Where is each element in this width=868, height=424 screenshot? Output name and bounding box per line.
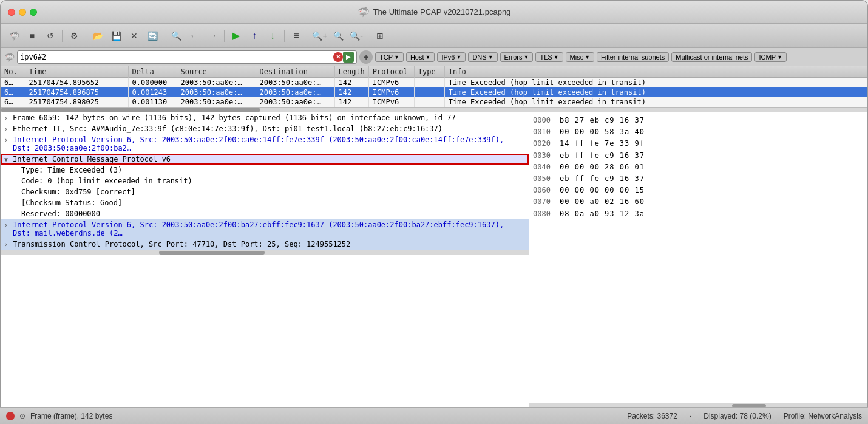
detail-text-ethernet: Ethernet II, Src: AVMAudio_7e:33:9f (c8:… bbox=[13, 125, 525, 133]
filter-bar: 🦈 ✕ ▶ + TCP ▼ Host ▼ IPv6 ▼ DNS ▼ Errors… bbox=[1, 48, 867, 66]
detail-toggle-tcp[interactable]: › bbox=[4, 241, 10, 248]
detail-toggle-icmpv6[interactable]: ▼ bbox=[4, 156, 10, 163]
detail-toggle-ipv6-inner[interactable]: › bbox=[4, 222, 10, 228]
detail-row-icmpv6-code[interactable]: Code: 0 (hop limit exceeded in transit) bbox=[1, 176, 529, 186]
reload-button[interactable]: 🔄 bbox=[144, 27, 161, 44]
packet-list-hscrollbar[interactable] bbox=[1, 107, 867, 112]
filter-tag-icmp[interactable]: ICMP ▼ bbox=[754, 52, 786, 62]
filter-tag-ipv6[interactable]: IPv6 ▼ bbox=[437, 52, 466, 62]
filter-input[interactable] bbox=[20, 53, 333, 61]
back-button[interactable]: ← bbox=[186, 27, 203, 44]
table-row[interactable]: 6…251704754.8956520.0000002003:50:aa0e:…… bbox=[1, 78, 867, 88]
detail-toggle-frame[interactable]: › bbox=[4, 115, 10, 121]
filter-apply-button[interactable]: ▶ bbox=[343, 52, 354, 63]
detail-row-ipv6-outer[interactable]: ›Internet Protocol Version 6, Src: 2003:… bbox=[1, 134, 529, 154]
down-button[interactable]: ↓ bbox=[264, 27, 281, 44]
filter-tag-tls[interactable]: TLS ▼ bbox=[535, 52, 563, 62]
hex-bytes: 00 00 00 28 06 01 bbox=[560, 162, 864, 173]
host-dropdown-icon: ▼ bbox=[426, 54, 431, 60]
packet-details: ›Frame 6059: 142 bytes on wire (1136 bit… bbox=[1, 112, 529, 408]
sep2 bbox=[86, 30, 86, 42]
hex-row: 007000 00 a0 02 16 60 bbox=[533, 196, 864, 208]
table-row[interactable]: 6…251704754.8980250.0011302003:50:aa0e:…… bbox=[1, 97, 867, 107]
hex-row: 002014 ff fe 7e 33 9f bbox=[533, 138, 864, 149]
col-no[interactable]: No. bbox=[1, 66, 25, 78]
hex-offset: 0030 bbox=[533, 150, 555, 162]
detail-row-icmpv6-reserved[interactable]: Reserved: 00000000 bbox=[1, 208, 529, 219]
open-file-button[interactable]: 📂 bbox=[89, 27, 106, 44]
details-hscroll-thumb[interactable] bbox=[159, 251, 265, 255]
up-button[interactable]: ↑ bbox=[246, 27, 263, 44]
detail-row-ipv6-inner[interactable]: ›Internet Protocol Version 6, Src: 2003:… bbox=[1, 219, 529, 239]
col-delta[interactable]: Delta bbox=[128, 66, 177, 78]
filter-tag-dns[interactable]: DNS ▼ bbox=[468, 52, 497, 62]
filter-tag-multicast[interactable]: Multicast or internal nets bbox=[671, 52, 752, 62]
titlebar: 🦈 The Ultimate PCAP v20210721.pcapng bbox=[1, 1, 867, 24]
detail-text-icmpv6-type: Type: Time Exceeded (3) bbox=[21, 166, 525, 174]
bottom-split: ›Frame 6059: 142 bytes on wire (1136 bit… bbox=[1, 112, 867, 408]
settings-button[interactable]: ⚙ bbox=[66, 27, 83, 44]
forward-button[interactable]: → bbox=[204, 27, 221, 44]
detail-text-frame: Frame 6059: 142 bytes on wire (1136 bits… bbox=[13, 114, 525, 122]
filter-tag-tcp[interactable]: TCP ▼ bbox=[375, 52, 404, 62]
col-type[interactable]: Type bbox=[414, 66, 444, 78]
hex-offset: 0020 bbox=[533, 138, 555, 149]
detail-toggle-ipv6-outer[interactable]: › bbox=[4, 137, 10, 143]
grid-button[interactable]: ⊞ bbox=[371, 27, 388, 44]
detail-row-icmpv6-type[interactable]: Type: Time Exceeded (3) bbox=[1, 165, 529, 176]
save-file-button[interactable]: 💾 bbox=[107, 27, 124, 44]
hex-dump-panel: 0000b8 27 eb c9 16 37001000 00 00 58 3a … bbox=[529, 112, 867, 408]
sep6 bbox=[308, 30, 308, 42]
frame-info: Frame (frame), 142 bytes bbox=[30, 412, 112, 420]
detail-toggle-ethernet[interactable]: › bbox=[4, 126, 10, 132]
detail-row-ethernet[interactable]: ›Ethernet II, Src: AVMAudio_7e:33:9f (c8… bbox=[1, 123, 529, 134]
detail-text-ipv6-outer: Internet Protocol Version 6, Src: 2003:5… bbox=[13, 135, 525, 152]
col-protocol[interactable]: Protocol bbox=[368, 66, 414, 78]
filter-tag-misc[interactable]: Misc ▼ bbox=[566, 52, 595, 62]
filter-add-button[interactable]: + bbox=[359, 50, 373, 64]
zoom-out-button[interactable]: 🔍- bbox=[348, 27, 365, 44]
zoom-reset-button[interactable]: 🔍 bbox=[330, 27, 347, 44]
table-row[interactable]: 6…251704754.8968750.0012432003:50:aa0e:…… bbox=[1, 87, 867, 97]
hscroll-thumb[interactable] bbox=[1, 108, 260, 112]
goto-button[interactable]: ▶ bbox=[228, 27, 245, 44]
detail-row-icmpv6-checksum[interactable]: Checksum: 0xd759 [correct] bbox=[1, 186, 529, 197]
hex-row: 0000b8 27 eb c9 16 37 bbox=[533, 115, 864, 126]
stop-button[interactable]: ■ bbox=[24, 27, 41, 44]
detail-text-icmpv6-checksum-status: [Checksum Status: Good] bbox=[21, 199, 525, 207]
details-hscrollbar[interactable] bbox=[1, 250, 529, 255]
hex-row: 004000 00 00 28 06 01 bbox=[533, 162, 864, 173]
detail-row-icmpv6[interactable]: ▼Internet Control Message Protocol v6 bbox=[1, 154, 529, 165]
filter-clear-button[interactable]: ✕ bbox=[333, 52, 343, 62]
col-info[interactable]: Info bbox=[444, 66, 867, 78]
col-destination[interactable]: Destination bbox=[256, 66, 334, 78]
packets-separator: · bbox=[690, 412, 691, 420]
restart-button[interactable]: ↺ bbox=[42, 27, 59, 44]
col-time[interactable]: Time bbox=[25, 66, 128, 78]
hex-offset: 0040 bbox=[533, 162, 555, 173]
filter-tag-internal-subnets[interactable]: Filter internal subnets bbox=[597, 52, 669, 62]
hex-row: 0050eb ff fe c9 16 37 bbox=[533, 173, 864, 185]
minimize-button[interactable] bbox=[19, 9, 26, 16]
list-button[interactable]: ≡ bbox=[288, 27, 305, 44]
close-file-button[interactable]: ✕ bbox=[126, 27, 143, 44]
hex-bytes: 00 00 00 58 3a 40 bbox=[560, 126, 864, 138]
col-length[interactable]: Length bbox=[334, 66, 368, 78]
detail-row-tcp[interactable]: ›Transmission Control Protocol, Src Port… bbox=[1, 239, 529, 250]
hex-offset: 0080 bbox=[533, 208, 555, 220]
filter-tag-host[interactable]: Host ▼ bbox=[406, 52, 435, 62]
errors-dropdown-icon: ▼ bbox=[524, 54, 529, 60]
hex-bytes: eb ff fe c9 16 37 bbox=[560, 173, 864, 185]
detail-row-icmpv6-checksum-status[interactable]: [Checksum Status: Good] bbox=[1, 197, 529, 208]
main-area: No. Time Delta Source Destination Length… bbox=[1, 66, 867, 408]
filter-tag-errors[interactable]: Errors ▼ bbox=[500, 52, 534, 62]
close-button[interactable] bbox=[8, 9, 15, 16]
find-button[interactable]: 🔍 bbox=[168, 27, 185, 44]
hex-bytes: 08 0a a0 93 12 3a bbox=[560, 208, 864, 220]
packet-table: No. Time Delta Source Destination Length… bbox=[1, 66, 867, 107]
col-source[interactable]: Source bbox=[177, 66, 256, 78]
detail-row-frame[interactable]: ›Frame 6059: 142 bytes on wire (1136 bit… bbox=[1, 112, 529, 123]
maximize-button[interactable] bbox=[30, 9, 37, 16]
zoom-in-button[interactable]: 🔍+ bbox=[311, 27, 328, 44]
shark-fin-button[interactable]: 🦈 bbox=[5, 27, 22, 44]
